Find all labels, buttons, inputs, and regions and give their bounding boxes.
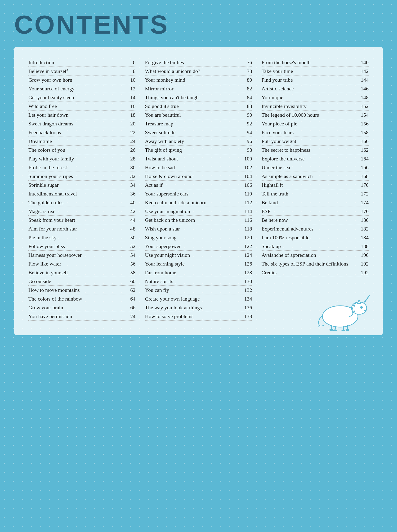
toc-entry-title: Sweet dragon dreams <box>28 121 126 127</box>
toc-entry-title: You are beautiful <box>145 112 242 118</box>
toc-entry-title: The colors of you <box>28 147 126 153</box>
toc-entry-title: Your monkey mind <box>145 77 242 83</box>
toc-entry-title: The secret to happiness <box>262 147 359 153</box>
toc-entry: Far from home128 <box>145 269 252 277</box>
toc-entry-page: 22 <box>126 129 135 136</box>
toc-entry-page: 54 <box>126 252 135 258</box>
toc-entry: Follow your bliss52 <box>28 242 135 251</box>
toc-entry-page: 76 <box>243 59 252 66</box>
toc-entry-page: 158 <box>359 129 369 136</box>
toc-entry-page: 182 <box>359 226 369 232</box>
toc-entry-title: Aim for your north star <box>28 226 126 232</box>
toc-entry: Your learning style126 <box>145 260 252 268</box>
toc-entry: Your superpower122 <box>145 242 252 251</box>
toc-entry-title: Wild and free <box>28 103 126 109</box>
toc-entry-page: 148 <box>359 94 369 101</box>
toc-entry: Use your night vision124 <box>145 251 252 259</box>
toc-entry-page: 48 <box>126 226 135 232</box>
toc-entry-page: 164 <box>359 156 369 162</box>
toc-entry-page: 188 <box>359 243 369 250</box>
toc-entry: Act as if106 <box>145 181 252 189</box>
toc-entry-title: Under the sea <box>262 165 359 171</box>
toc-entry-page: 128 <box>243 269 252 276</box>
toc-entry-title: Grow your brain <box>28 305 126 311</box>
toc-entry-page: 132 <box>243 287 252 293</box>
toc-entry-page: 42 <box>126 208 135 214</box>
toc-entry-page: 104 <box>243 173 252 179</box>
page-title: CONTENTS <box>14 9 383 40</box>
toc-entry: The way you look at things136 <box>145 304 252 312</box>
toc-entry-page: 130 <box>243 278 252 284</box>
toc-entry: ESP176 <box>262 207 369 216</box>
toc-column-1: Introduction6Believe in yourself8Grow yo… <box>28 58 135 321</box>
toc-entry: Summon your stripes32 <box>28 172 135 181</box>
toc-entry-page: 92 <box>243 121 252 127</box>
toc-entry: Use your imagination114 <box>145 207 252 216</box>
toc-entry: Pull your weight160 <box>262 137 369 146</box>
toc-entry-page: 88 <box>243 103 252 109</box>
toc-entry-page: 50 <box>126 234 135 241</box>
toc-entry: Grow your brain66 <box>28 304 135 312</box>
unicorn-illustration <box>312 288 373 330</box>
toc-entry-title: Pie in the sky <box>28 234 126 241</box>
toc-entry-title: The gift of giving <box>145 147 242 153</box>
toc-entry-page: 60 <box>126 278 135 284</box>
toc-entry: Create your own language134 <box>145 295 252 303</box>
toc-entry-title: Artistic science <box>262 86 359 92</box>
toc-entry-page: 36 <box>126 191 135 197</box>
toc-entry: Get your beauty sleep14 <box>28 93 135 102</box>
toc-entry-title: Interdimensional travel <box>28 191 126 197</box>
toc-entry-title: Harness your horsepower <box>28 252 126 258</box>
toc-entry: Sweet dragon dreams20 <box>28 120 135 128</box>
toc-entry-page: 30 <box>126 165 135 171</box>
toc-entry-page: 96 <box>243 138 252 144</box>
toc-entry-title: Create your own language <box>145 296 242 302</box>
toc-entry: The golden rules40 <box>28 199 135 207</box>
toc-entry-page: 112 <box>243 200 252 206</box>
toc-entry-title: Let your hair down <box>28 112 126 118</box>
toc-entry-title: Get your beauty sleep <box>28 94 126 101</box>
toc-entry-page: 146 <box>359 86 369 92</box>
toc-entry-page: 116 <box>243 217 252 223</box>
toc-entry-title: Mirror mirror <box>145 86 242 92</box>
toc-entry: Explore the universe164 <box>262 155 369 163</box>
toc-entry-title: Summon your stripes <box>28 173 126 179</box>
toc-entry-title: Magic is real <box>28 208 126 214</box>
toc-entry-title: The legend of 10,000 hours <box>262 112 359 118</box>
toc-entry-title: Tell the truth <box>262 191 359 197</box>
toc-entry: You-nique148 <box>262 93 369 102</box>
toc-entry-page: 138 <box>243 313 252 319</box>
toc-entry: Get back on the unicorn116 <box>145 216 252 224</box>
toc-entry-page: 190 <box>359 252 369 258</box>
toc-entry-page: 192 <box>359 261 369 267</box>
toc-entry-page: 24 <box>126 138 135 144</box>
toc-entry: Harness your horsepower54 <box>28 251 135 259</box>
toc-entry: Play with your family28 <box>28 155 135 163</box>
toc-entry: Things you can't be taught84 <box>145 93 252 102</box>
toc-entry-title: Act as if <box>145 182 242 188</box>
toc-entry: The gift of giving98 <box>145 146 252 154</box>
toc-entry-page: 16 <box>126 103 135 109</box>
toc-entry-title: Pull your weight <box>262 138 359 144</box>
toc-entry: Believe in yourself8 <box>28 67 135 75</box>
toc-entry: Aim for your north star48 <box>28 225 135 233</box>
toc-entry-title: Your supersonic ears <box>145 191 242 197</box>
svg-point-12 <box>342 330 345 330</box>
toc-entry-title: Speak up <box>262 243 359 250</box>
toc-entry-page: 170 <box>359 182 369 188</box>
toc-entry-page: 114 <box>243 208 252 214</box>
toc-entry-title: Nature spirits <box>145 278 242 284</box>
toc-entry-page: 156 <box>359 121 369 127</box>
toc-entry: Sprinkle sugar34 <box>28 181 135 189</box>
toc-entry-page: 44 <box>126 217 135 223</box>
toc-entry: Magic is real42 <box>28 207 135 216</box>
toc-entry-page: 52 <box>126 243 135 250</box>
toc-entry-title: Grow your own horn <box>28 77 126 83</box>
toc-entry-page: 118 <box>243 226 252 232</box>
toc-entry: I am 100% responsible184 <box>262 234 369 242</box>
toc-entry-title: Far from home <box>145 269 242 276</box>
toc-column-2: Forgive the bullies76What would a unicor… <box>145 58 252 321</box>
toc-entry-title: Be kind <box>262 200 359 206</box>
toc-entry: Find your tribe144 <box>262 76 369 84</box>
toc-entry-page: 56 <box>126 261 135 267</box>
